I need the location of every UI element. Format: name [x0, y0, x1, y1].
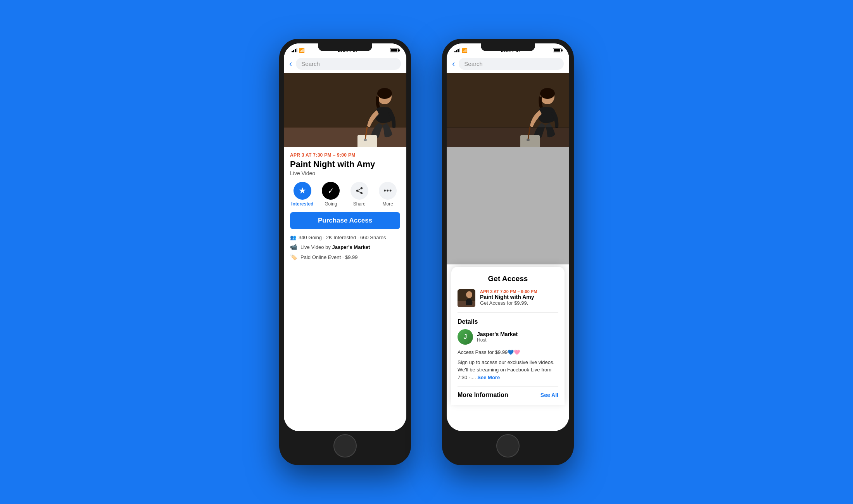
access-item: APR 3 AT 7:30 PM – 9:00 PM Paint Night w… [458, 289, 558, 313]
signal-area-2: 📶 [454, 48, 468, 53]
video-icon: 📹 [290, 243, 297, 250]
interested-icon: ★ [294, 182, 311, 200]
access-date: APR 3 AT 7:30 PM – 9:00 PM [480, 289, 558, 294]
interested-label: Interested [291, 201, 313, 207]
battery-area [390, 48, 399, 52]
going-icon: ✓ [322, 182, 340, 200]
paid-event-row: 🏷️ Paid Online Event · $9.99 [290, 254, 400, 261]
search-input-2[interactable]: Search [459, 58, 564, 70]
more-info-row: More Information See All [458, 387, 558, 399]
share-label: Share [353, 201, 366, 207]
signal-icon-2 [454, 48, 460, 52]
event-date-1: APR 3 AT 7:30 PM – 9:00 PM [290, 152, 400, 158]
access-pass-label: Access Pass for $9.99💙🩷 [458, 349, 558, 356]
access-thumb-svg [458, 289, 475, 307]
event-image-svg-2 [447, 73, 569, 147]
svg-point-16 [527, 139, 530, 141]
more-icon: ••• [379, 182, 397, 200]
event-image-svg [284, 73, 406, 147]
stats-row: 👥 340 Going · 2K Interested · 660 Shares [290, 235, 400, 240]
live-video-row: 📹 Live Video by Jasper's Market [290, 243, 400, 250]
live-video-text: Live Video by Jasper's Market [300, 244, 370, 250]
search-bar-1: ‹ Search [284, 55, 406, 73]
host-avatar: J [458, 329, 473, 345]
svg-point-8 [364, 139, 367, 141]
see-all-link[interactable]: See All [540, 392, 558, 398]
search-bar-2: ‹ Search [447, 55, 569, 73]
modal-content: Get Access APR 3 AT 7:30 PM – 9:00 PM [451, 267, 565, 405]
modal-title: Get Access [458, 274, 558, 283]
event-content-1: APR 3 AT 7:30 PM – 9:00 PM Paint Night w… [284, 147, 406, 431]
battery-icon-2 [553, 48, 561, 52]
details-label: Details [458, 318, 558, 325]
access-name: Paint Night with Amy [480, 294, 558, 300]
host-row: J Jasper's Market Host [458, 329, 558, 345]
phone-1: 📶 2:04 PM ‹ Search [279, 39, 411, 465]
interested-button[interactable]: ★ Interested [290, 182, 315, 207]
home-button-2[interactable] [496, 434, 520, 457]
paid-event-text: Paid Online Event · $9.99 [300, 254, 357, 260]
share-svg [355, 186, 364, 195]
battery-icon [390, 48, 399, 52]
share-icon [351, 182, 368, 200]
event-image-2 [447, 73, 569, 147]
phone-notch-2 [481, 43, 535, 51]
event-type-1: Live Video [290, 170, 400, 176]
host-info: Jasper's Market Host [477, 331, 518, 343]
action-row-1: ★ Interested ✓ Going Share [290, 182, 400, 207]
signal-area: 📶 [292, 48, 305, 53]
phone-screen-1: 📶 2:04 PM ‹ Search [284, 43, 406, 431]
svg-rect-14 [520, 135, 540, 147]
wifi-icon: 📶 [299, 48, 305, 53]
details-section: Details J Jasper's Market Host Access Pa… [458, 318, 558, 381]
host-role: Host [477, 337, 518, 343]
people-icon: 👥 [290, 235, 296, 240]
phone-2: 📶 2:04 PM ‹ Search [442, 39, 574, 465]
battery-fill [391, 49, 397, 52]
svg-point-13 [540, 88, 555, 99]
battery-fill-2 [554, 49, 560, 52]
more-label: More [383, 201, 393, 207]
event-image-1 [284, 73, 406, 147]
svg-point-5 [377, 88, 392, 99]
access-thumbnail [458, 289, 475, 307]
stats-text: 340 Going · 2K Interested · 660 Shares [299, 235, 386, 240]
share-button[interactable]: Share [347, 182, 372, 207]
svg-point-19 [466, 291, 472, 298]
going-button[interactable]: ✓ Going [319, 182, 344, 207]
back-button-2[interactable]: ‹ [452, 60, 455, 68]
host-name-link[interactable]: Jasper's Market [332, 244, 370, 250]
home-button-1[interactable] [333, 434, 357, 457]
host-name[interactable]: Jasper's Market [477, 331, 518, 337]
purchase-access-button[interactable]: Purchase Access [290, 212, 400, 229]
access-info: APR 3 AT 7:30 PM – 9:00 PM Paint Night w… [480, 289, 558, 306]
search-input-1[interactable]: Search [296, 58, 401, 70]
signal-icon [292, 48, 297, 52]
modal-dim-overlay [447, 127, 569, 264]
back-button-1[interactable]: ‹ [289, 60, 292, 68]
wifi-icon-2: 📶 [462, 48, 468, 53]
more-info-label: More Information [458, 392, 508, 399]
ticket-icon: 🏷️ [290, 254, 297, 261]
phone-screen-2: 📶 2:04 PM ‹ Search [447, 43, 569, 431]
description-text: Access Pass for $9.99💙🩷 Sign up to acces… [458, 349, 558, 381]
access-price: Get Access for $9.99. [480, 300, 558, 306]
get-access-modal: Get Access APR 3 AT 7:30 PM – 9:00 PM [451, 267, 565, 405]
more-button[interactable]: ••• More [376, 182, 401, 207]
event-title-1: Paint Night with Amy [290, 159, 400, 169]
phone-notch [318, 43, 372, 51]
see-more-link[interactable]: See More [477, 375, 500, 380]
going-label: Going [325, 201, 337, 207]
svg-rect-6 [357, 135, 377, 147]
battery-area-2 [553, 48, 561, 52]
